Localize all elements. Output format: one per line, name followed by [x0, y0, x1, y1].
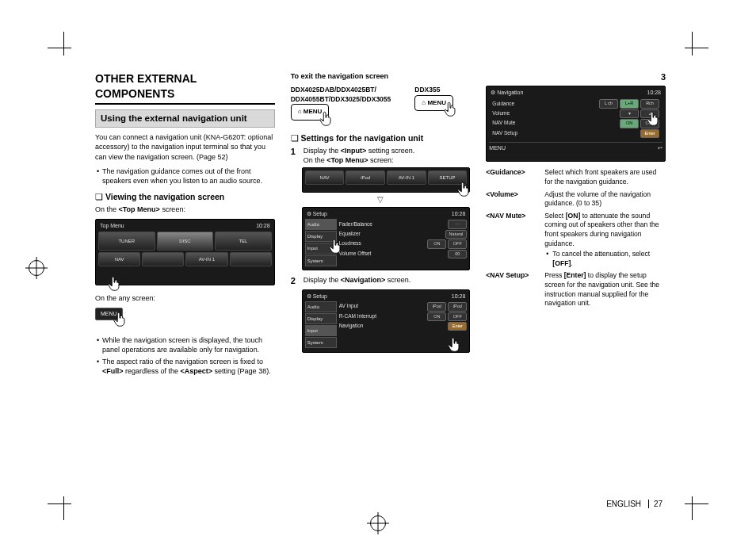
- models-b: DDX355: [414, 86, 470, 94]
- tile-disc: DISC: [157, 232, 214, 251]
- heading-viewing: Viewing the navigation screen: [95, 191, 275, 202]
- tile-nav: NAV: [305, 170, 345, 185]
- menu-icon: ⌂: [298, 108, 304, 115]
- touch-hand-icon: [105, 275, 123, 293]
- def-navsetup-term: <NAV Setup>: [486, 271, 541, 308]
- crop-mark: [48, 32, 79, 63]
- page-footer: ENGLISH 27: [606, 499, 662, 510]
- def-guidance-desc: Select which front speakers are used for…: [544, 168, 666, 186]
- def-navmute-desc: Select [ON] to attenuate the sound comin…: [544, 212, 666, 269]
- tab-display: Display: [305, 313, 337, 324]
- exit-menu-box-a: ⌂ MENU: [291, 104, 330, 121]
- crop-mark: [677, 32, 708, 63]
- heading-settings: Settings for the navigation unit: [291, 132, 471, 144]
- def-volume-desc: Adjust the volume of the navigation guid…: [544, 190, 666, 209]
- def-navsetup-desc: Press [Enter] to display the setup scree…: [544, 271, 666, 308]
- intro-text: You can connect a navigation unit (KNA-G…: [95, 132, 275, 161]
- setup-audio-screenshot: ⚙ Setup 10:28 Audio Display Input System…: [302, 207, 471, 270]
- tab-audio: Audio: [305, 219, 337, 230]
- def-guidance-term: <Guidance>: [486, 168, 541, 186]
- on-top-menu-text: On the <Top Menu> screen:: [95, 205, 275, 214]
- tile-setup: [230, 252, 272, 266]
- clock: 10:28: [256, 222, 270, 229]
- setup-input-screenshot: ⚙ Setup 10:28 Audio Display Input System…: [302, 289, 471, 353]
- column-3: 3 ⚙ Navigation 10:28 GuidanceL chL+RRch …: [486, 71, 666, 523]
- note-aspect: The aspect ratio of the navigation scree…: [95, 357, 275, 376]
- tile-tuner: TUNER: [98, 232, 155, 251]
- menu-icon: MENU: [489, 144, 506, 151]
- def-volume-term: <Volume>: [486, 190, 541, 209]
- on-any-text: On the any screen:: [95, 293, 275, 303]
- top-menu-label: Top Menu: [100, 222, 124, 229]
- exit-menu-box-b: ⌂ MENU: [414, 95, 453, 112]
- tab-display: Display: [305, 231, 337, 242]
- tile-ipod: iPod: [346, 170, 385, 185]
- step-3-number: 3: [486, 71, 666, 83]
- tile-avin: AV-IN 1: [185, 252, 227, 266]
- step-2-number: 2: [291, 275, 299, 287]
- bullet-guidance: The navigation guidance comes out of the…: [95, 167, 275, 186]
- tab-input: Input: [305, 325, 337, 336]
- tab-audio: Audio: [305, 301, 337, 312]
- tile-setup: SETUP: [428, 170, 468, 185]
- top-menu-strip: NAV iPod AV-IN 1 SETUP: [302, 167, 471, 193]
- definitions: <Guidance> Select which front speakers a…: [486, 168, 666, 308]
- note-touch-panel: While the navigation screen is displayed…: [95, 335, 275, 354]
- top-menu-screenshot: Top Menu 10:28 TUNER DISC TEL NAV AV-IN …: [95, 219, 275, 285]
- page-content: OTHER EXTERNAL COMPONENTS Using the exte…: [95, 71, 666, 523]
- def-navmute-term: <NAV Mute>: [486, 212, 541, 269]
- section-title: OTHER EXTERNAL COMPONENTS: [95, 71, 275, 105]
- tab-input: Input: [305, 243, 337, 254]
- step-1-number: 1: [291, 146, 299, 158]
- subsection-heading: Using the external navigation unit: [95, 109, 275, 128]
- tile-blank: [142, 252, 184, 266]
- exit-title: To exit the navigation screen: [291, 71, 471, 81]
- tile-tel: TEL: [215, 232, 272, 251]
- menu-button: MENU: [95, 308, 123, 320]
- navigation-setup-screenshot: ⚙ Navigation 10:28 GuidanceL chL+RRch Vo…: [486, 86, 666, 162]
- crop-mark: [677, 488, 708, 520]
- tile-nav: NAV: [98, 252, 140, 266]
- column-1: OTHER EXTERNAL COMPONENTS Using the exte…: [95, 71, 275, 523]
- tab-system: System: [305, 255, 337, 266]
- models-a: DDX4025DAB/DDX4025BT/ DDX4055BT/DDX3025/…: [291, 86, 409, 104]
- registration-mark: [29, 260, 44, 276]
- step1-sub: On the <Top Menu> screen:: [304, 156, 394, 164]
- tab-system: System: [305, 337, 337, 348]
- tile-avin: AV-IN 1: [387, 170, 426, 185]
- crop-mark: [48, 488, 79, 520]
- chevron-down-icon: ▽: [291, 194, 471, 205]
- column-2: To exit the navigation screen DDX4025DAB…: [291, 71, 471, 523]
